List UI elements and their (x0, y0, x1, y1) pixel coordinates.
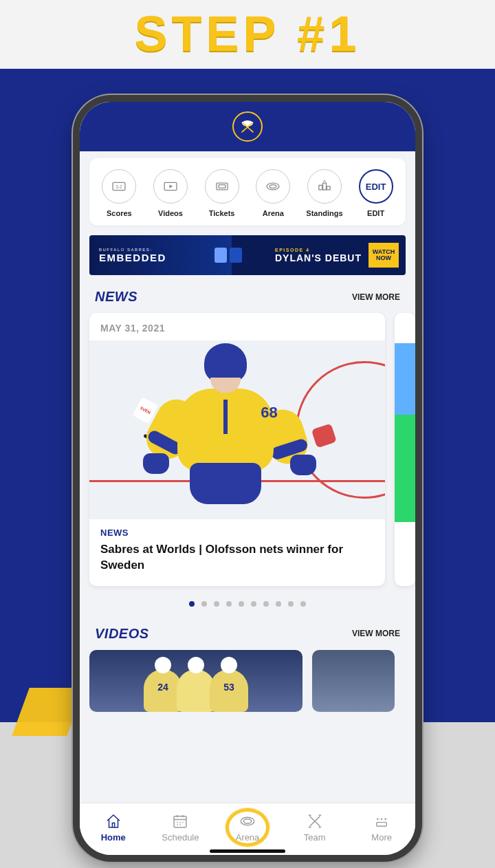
stage: STEP #1 3-2 Scores Videos (0, 0, 495, 868)
svg-point-14 (377, 818, 379, 820)
carousel-dot[interactable] (288, 601, 294, 607)
svg-rect-11 (174, 816, 186, 827)
tab-label: Arena (236, 832, 260, 843)
news-headline: Sabres at Worlds | Olofsson nets winner … (100, 542, 374, 574)
view-more-link[interactable]: VIEW MORE (352, 292, 400, 302)
tab-arena[interactable]: Arena (214, 812, 281, 843)
team-logo-icon (232, 111, 263, 142)
phone-frame: 3-2 Scores Videos Tickets Arena (73, 95, 422, 862)
carousel-dot[interactable] (201, 601, 207, 607)
tab-label: More (371, 832, 392, 843)
news-section-header: NEWS VIEW MORE (80, 286, 415, 313)
carousel-dots[interactable] (80, 586, 415, 623)
quicknav-label: Standings (306, 209, 342, 217)
banner-episode-title: DYLAN'S DEBUT (275, 252, 362, 263)
quicknav-label: EDIT (367, 209, 384, 217)
quicknav-arena[interactable]: Arena (250, 169, 296, 217)
svg-rect-10 (327, 186, 330, 190)
carousel-dot[interactable] (226, 601, 232, 607)
svg-rect-17 (377, 822, 387, 826)
quicknav-label: Scores (107, 209, 132, 217)
svg-point-16 (385, 818, 387, 820)
svg-rect-4 (217, 183, 228, 190)
svg-point-6 (267, 183, 279, 190)
svg-rect-5 (219, 185, 226, 188)
arena-icon (239, 812, 256, 830)
carousel-dot[interactable] (214, 601, 219, 607)
carousel-dot[interactable] (239, 601, 244, 607)
news-tag: NEWS (100, 528, 374, 538)
svg-point-7 (270, 185, 276, 188)
svg-point-15 (381, 818, 383, 820)
tab-bar: Home Schedule Arena Team More (80, 803, 415, 855)
svg-text:3-2: 3-2 (116, 184, 123, 189)
quicknav-scores[interactable]: 3-2 Scores (96, 169, 142, 217)
step-heading: STEP #1 (0, 0, 495, 62)
quicknav-label: Tickets (209, 209, 235, 217)
arena-icon (256, 169, 290, 204)
tab-schedule[interactable]: Schedule (147, 812, 214, 843)
app-header (80, 102, 415, 151)
carousel-dot[interactable] (300, 601, 306, 607)
carousel-dot[interactable] (263, 601, 269, 607)
watch-now-badge: WATCHNOW (368, 243, 399, 268)
svg-rect-9 (319, 185, 322, 190)
tickets-icon (205, 169, 239, 204)
banner-episode-label: EPISODE 4 (275, 248, 362, 252)
team-icon (306, 812, 324, 830)
news-card[interactable]: MAY 31, 2021 SVEN (89, 313, 385, 586)
svg-point-13 (243, 818, 251, 823)
edit-icon: EDIT (359, 169, 393, 204)
standings-icon (307, 169, 342, 204)
tab-label: Home (101, 832, 126, 843)
section-title: NEWS (95, 289, 138, 305)
quicknav-videos[interactable]: Videos (147, 169, 194, 217)
carousel-dot[interactable] (276, 601, 281, 607)
quicknav-standings[interactable]: Standings (301, 169, 348, 217)
quick-nav: 3-2 Scores Videos Tickets Arena (89, 158, 406, 226)
videos-section-header: VIDEOS VIEW MORE (80, 623, 415, 650)
carousel-dot[interactable] (189, 601, 195, 607)
quicknav-label: Arena (263, 209, 284, 217)
carousel-dot[interactable] (251, 601, 256, 607)
video-card-peek[interactable] (312, 650, 395, 712)
section-title: VIDEOS (95, 626, 149, 642)
calendar-icon (171, 812, 189, 830)
quicknav-label: Videos (158, 209, 183, 217)
videos-row[interactable]: 24 53 (80, 650, 415, 712)
home-indicator (210, 849, 285, 853)
tab-home[interactable]: Home (80, 812, 147, 843)
more-icon (373, 812, 390, 830)
banner-sponsor-icon (214, 248, 242, 263)
svg-rect-8 (323, 183, 327, 190)
video-card[interactable]: 24 53 (89, 650, 302, 712)
videos-icon (153, 169, 188, 204)
tab-more[interactable]: More (348, 812, 415, 843)
promo-banner[interactable]: BUFFALO SABRES: EMBEDDED EPISODE 4 DYLAN… (89, 235, 406, 275)
main-scroll[interactable]: 3-2 Scores Videos Tickets Arena (80, 151, 415, 803)
home-icon (104, 812, 122, 830)
news-date: MAY 31, 2021 (89, 313, 385, 340)
news-image: SVEN 68 (89, 340, 385, 519)
news-card-peek[interactable] (395, 313, 415, 586)
tab-label: Team (304, 832, 326, 843)
tab-team[interactable]: Team (281, 812, 349, 843)
hockey-player-icon: SVEN 68 (177, 389, 274, 471)
quicknav-tickets[interactable]: Tickets (199, 169, 245, 217)
scores-icon: 3-2 (102, 169, 136, 204)
view-more-link[interactable]: VIEW MORE (352, 629, 400, 638)
tab-label: Schedule (162, 832, 199, 843)
quicknav-edit[interactable]: EDIT EDIT (353, 169, 399, 217)
news-carousel[interactable]: MAY 31, 2021 SVEN (80, 313, 415, 586)
